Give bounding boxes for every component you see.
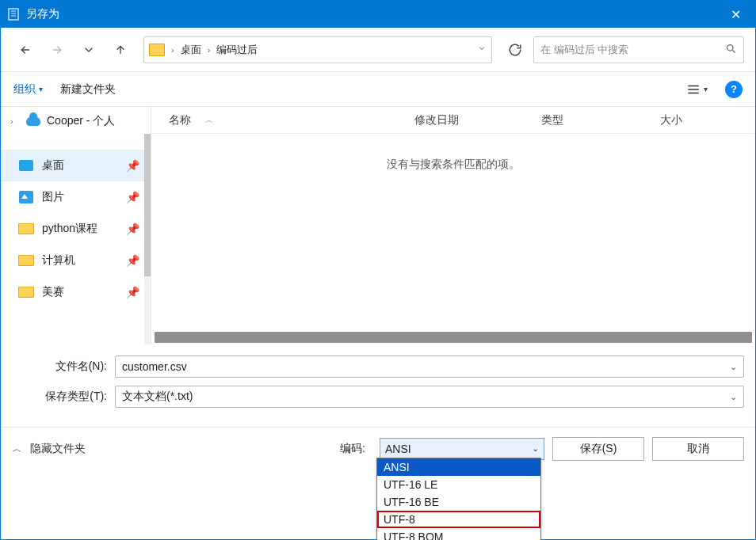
pin-icon: 📌 xyxy=(126,286,139,299)
desktop-icon xyxy=(19,160,33,171)
pin-icon: 📌 xyxy=(126,191,139,203)
search-placeholder: 在 编码过后 中搜索 xyxy=(540,43,628,57)
pictures-icon xyxy=(19,191,33,203)
expand-icon[interactable]: ︿ xyxy=(12,442,22,456)
empty-message: 没有与搜索条件匹配的项。 xyxy=(151,134,755,330)
onedrive-icon xyxy=(26,116,40,126)
sidebar-item-label: 桌面 xyxy=(42,158,118,173)
recent-locations-button[interactable] xyxy=(75,36,102,63)
file-list: 名称 ︿ 修改日期 类型 大小 没有与搜索条件匹配的项。 xyxy=(151,107,755,344)
svg-point-4 xyxy=(727,44,734,51)
cancel-button[interactable]: 取消 xyxy=(652,437,744,461)
chevron-down-icon: ▾ xyxy=(39,85,43,93)
back-button[interactable] xyxy=(12,36,39,63)
chevron-down-icon[interactable]: ⌄ xyxy=(730,392,737,402)
navigation-bar: › 桌面 › 编码过后 在 编码过后 中搜索 xyxy=(1,28,755,72)
filetype-label: 保存类型(T): xyxy=(12,390,115,404)
view-options-button[interactable]: ▾ xyxy=(686,84,708,95)
close-button[interactable]: ✕ xyxy=(717,1,754,28)
chevron-down-icon: ▾ xyxy=(704,85,708,93)
sidebar-item-python[interactable]: python课程 📌 xyxy=(1,213,151,245)
sidebar-item-label: python课程 xyxy=(42,222,118,236)
filename-label: 文件名(N): xyxy=(12,359,115,374)
folder-icon xyxy=(18,255,34,266)
organize-menu[interactable]: 组织 ▾ xyxy=(13,82,43,97)
help-button[interactable]: ? xyxy=(725,81,743,98)
encoding-option[interactable]: UTF-16 BE xyxy=(377,493,540,511)
pin-icon: 📌 xyxy=(126,254,139,267)
encoding-option-utf8[interactable]: UTF-8 xyxy=(377,511,540,528)
sidebar-item-pictures[interactable]: 图片 📌 xyxy=(1,181,151,213)
sidebar-item-label: 美赛 xyxy=(42,285,118,299)
save-button[interactable]: 保存(S) xyxy=(552,437,644,461)
sidebar-item-desktop[interactable]: 桌面 📌 xyxy=(1,150,151,181)
new-folder-button[interactable]: 新建文件夹 xyxy=(60,82,116,97)
column-headers[interactable]: 名称 ︿ 修改日期 类型 大小 xyxy=(151,107,755,134)
folder-icon xyxy=(18,223,34,234)
scrollbar-thumb[interactable] xyxy=(155,332,752,343)
address-dropdown-icon[interactable] xyxy=(477,44,487,55)
encoding-option[interactable]: UTF-16 LE xyxy=(377,476,540,493)
column-size[interactable]: 大小 xyxy=(660,113,682,127)
pin-icon: 📌 xyxy=(126,222,139,235)
chevron-right-icon[interactable]: › xyxy=(10,116,20,126)
tree-item-label: Cooper - 个人 xyxy=(47,114,115,128)
sidebar-item-meisai[interactable]: 美赛 📌 xyxy=(1,276,151,308)
sidebar-scrollbar[interactable] xyxy=(144,134,151,344)
breadcrumb-item[interactable]: 桌面 xyxy=(181,43,201,57)
sort-asc-icon: ︿ xyxy=(205,115,213,126)
column-type[interactable]: 类型 xyxy=(541,113,660,127)
close-icon: ✕ xyxy=(731,7,741,22)
chevron-down-icon: ⌄ xyxy=(532,443,539,454)
search-input[interactable]: 在 编码过后 中搜索 xyxy=(533,36,744,63)
up-button[interactable] xyxy=(107,36,134,63)
address-bar[interactable]: › 桌面 › 编码过后 xyxy=(143,36,492,63)
refresh-button[interactable] xyxy=(502,36,529,63)
navigation-pane: › Cooper - 个人 桌面 📌 图片 📌 python课程 xyxy=(1,107,151,344)
svg-rect-0 xyxy=(9,9,18,20)
sidebar-item-computer[interactable]: 计算机 📌 xyxy=(1,245,151,276)
chevron-right-icon: › xyxy=(171,45,174,55)
encoding-dropdown[interactable]: ANSI UTF-16 LE UTF-16 BE UTF-8 UTF-8 BOM xyxy=(376,458,541,540)
chevron-down-icon[interactable]: ⌄ xyxy=(730,362,737,372)
search-icon xyxy=(725,43,737,57)
column-modified[interactable]: 修改日期 xyxy=(414,113,541,127)
hide-folders-toggle[interactable]: 隐藏文件夹 xyxy=(30,442,86,456)
column-name[interactable]: 名称 ︿ xyxy=(169,113,414,127)
encoding-option[interactable]: UTF-8 BOM xyxy=(377,528,540,540)
folder-icon xyxy=(18,287,34,298)
encoding-option[interactable]: ANSI xyxy=(377,458,540,476)
encoding-select[interactable]: ANSI ⌄ xyxy=(380,438,544,460)
sidebar-item-label: 计算机 xyxy=(42,253,118,268)
dialog-title: 另存为 xyxy=(26,7,717,21)
pin-icon: 📌 xyxy=(126,159,139,172)
breadcrumb-item[interactable]: 编码过后 xyxy=(216,43,258,57)
title-bar[interactable]: 另存为 ✕ xyxy=(1,1,755,28)
toolbar: 组织 ▾ 新建文件夹 ▾ ? xyxy=(1,72,755,107)
horizontal-scrollbar[interactable] xyxy=(151,330,755,344)
tree-item-onedrive[interactable]: › Cooper - 个人 xyxy=(1,110,151,132)
chevron-right-icon: › xyxy=(208,45,211,55)
sidebar-item-label: 图片 xyxy=(42,190,118,204)
filename-input[interactable]: customer.csv ⌄ xyxy=(115,356,744,378)
scrollbar-thumb[interactable] xyxy=(144,134,151,276)
encoding-label: 编码: xyxy=(340,442,372,456)
forward-button[interactable] xyxy=(44,36,71,63)
filetype-select[interactable]: 文本文档(*.txt) ⌄ xyxy=(115,386,744,408)
app-icon xyxy=(7,8,20,21)
folder-icon xyxy=(149,44,165,56)
